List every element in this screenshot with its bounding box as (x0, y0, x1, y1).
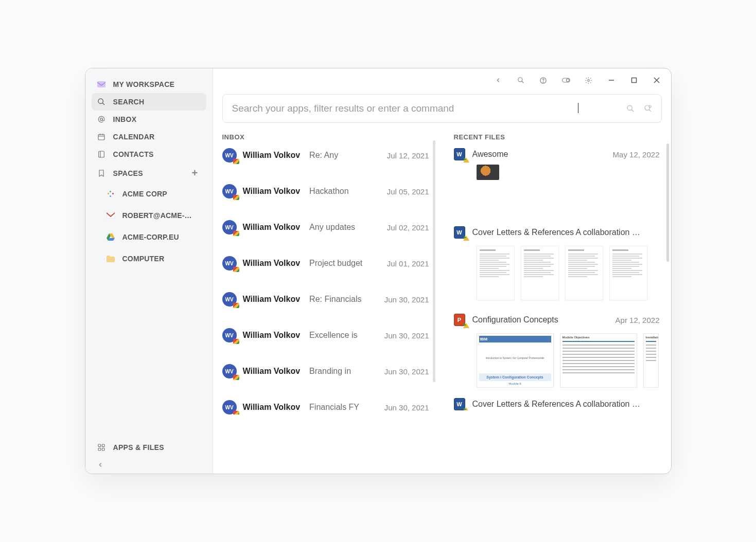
space-label: COMPUTER (122, 255, 165, 263)
gmail-icon (106, 211, 115, 220)
toolbar-search-button[interactable] (517, 76, 525, 84)
inbox-header: INBOX (222, 133, 438, 141)
svg-rect-4 (98, 134, 104, 140)
message-subject: Branding in (309, 367, 378, 376)
contacts-icon (97, 150, 106, 159)
file-thumbnail (609, 246, 647, 300)
inbox-message[interactable]: WV William Volkov Project budget Jul 01,… (222, 256, 429, 270)
svg-line-36 (649, 110, 651, 112)
inbox-message[interactable]: WV William Volkov Financials FY Jun 30, … (222, 400, 429, 414)
add-space-button[interactable]: + (192, 167, 201, 179)
file-thumbnail: IBM Introduction to System i for Compute… (477, 333, 554, 388)
message-subject: Re: Any (309, 151, 381, 160)
message-sender: William Volkov (243, 403, 301, 412)
word-file-icon: W (454, 148, 466, 160)
avatar: WV (222, 256, 237, 270)
window-titlebar (213, 68, 671, 89)
message-sender: William Volkov (243, 223, 301, 232)
svg-line-23 (521, 81, 523, 83)
svg-rect-12 (112, 193, 114, 194)
text-cursor (578, 103, 578, 113)
folder-icon (106, 254, 115, 263)
space-computer[interactable]: COMPUTER (92, 248, 206, 269)
file-date: May 12, 2022 (613, 150, 660, 159)
file-name: Configuration Concepts (472, 315, 609, 324)
inbox-message[interactable]: WV William Volkov Hackathon Jul 05, 2021 (222, 184, 429, 198)
file-thumbnail (521, 246, 559, 300)
window-maximize-button[interactable] (630, 76, 638, 84)
message-date: Jun 30, 2021 (384, 403, 429, 412)
sidebar-item-label: INBOX (113, 115, 137, 123)
slack-icon (106, 189, 115, 198)
inbox-message[interactable]: WV William Volkov Branding in Jun 30, 20… (222, 364, 429, 378)
message-date: Jun 30, 2021 (384, 331, 429, 340)
calendar-icon (97, 132, 106, 141)
file-thumbnail (477, 165, 499, 180)
app-window: MY WORKSPACE SEARCH INBOX CALENDAR CONTA (85, 68, 672, 474)
file-name: Cover Letters & References A collaborati… (472, 400, 654, 409)
sidebar-item-calendar[interactable]: CALENDAR (92, 128, 206, 146)
sidebar-item-contacts[interactable]: CONTACTS (92, 146, 206, 163)
files-column: RECENT FILES W Awesome May 12, 2022 W Co… (454, 133, 671, 474)
message-date: Jul 01, 2021 (387, 259, 429, 268)
sidebar-item-inbox[interactable]: INBOX (92, 111, 206, 128)
window-minimize-button[interactable] (607, 76, 616, 84)
search-input[interactable] (232, 103, 626, 114)
space-robert[interactable]: ROBERT@ACME-… (92, 205, 206, 226)
inbox-message[interactable]: WV William Volkov Any updates Jul 02, 20… (222, 220, 429, 234)
svg-rect-20 (98, 448, 101, 450)
help-button[interactable] (539, 76, 548, 84)
avatar: WV (222, 364, 237, 378)
file-item[interactable]: W Cover Letters & References A collabora… (454, 398, 660, 410)
sidebar-item-label: SPACES (113, 169, 143, 177)
sidebar-item-label: CONTACTS (113, 150, 154, 158)
file-item[interactable]: P Configuration Concepts Apr 12, 2022 IB… (454, 314, 660, 393)
inbox-list[interactable]: WV William Volkov Re: Any Jul 12, 2021 W… (222, 148, 438, 414)
window-close-button[interactable] (653, 76, 661, 84)
sidebar-back-button[interactable] (92, 456, 206, 468)
avatar: WV (222, 184, 237, 198)
message-date: Jun 30, 2021 (384, 367, 429, 376)
avatar: WV (222, 148, 237, 162)
svg-point-27 (566, 79, 569, 82)
main-panel: INBOX WV William Volkov Re: Any Jul 12, … (213, 68, 671, 474)
nav-back-button[interactable] (494, 76, 502, 84)
settings-button[interactable] (585, 76, 593, 84)
files-list[interactable]: W Awesome May 12, 2022 W Cover Letters &… (454, 148, 671, 410)
file-item[interactable]: W Cover Letters & References A collabora… (454, 226, 660, 309)
svg-rect-11 (110, 191, 111, 192)
sidebar-item-search[interactable]: SEARCH (92, 93, 206, 111)
message-subject: Financials FY (309, 403, 378, 412)
toggle-button[interactable] (562, 76, 570, 84)
sidebar-item-spaces[interactable]: SPACES + (92, 163, 206, 183)
space-acme[interactable]: ACME CORP (92, 183, 206, 205)
message-date: Jul 05, 2021 (387, 187, 429, 196)
space-acmecorp[interactable]: ACME-CORP.EU (92, 226, 206, 248)
svg-point-33 (627, 105, 632, 110)
sidebar-item-label: CALENDAR (113, 133, 155, 141)
scrollbar[interactable] (433, 140, 435, 382)
svg-point-1 (98, 99, 103, 103)
file-thumbnail (477, 246, 515, 300)
space-label: ROBERT@ACME-… (122, 211, 192, 220)
inbox-message[interactable]: WV William Volkov Excellence is Jun 30, … (222, 328, 429, 342)
message-sender: William Volkov (243, 187, 301, 196)
sidebar-apps-files[interactable]: APPS & FILES (92, 439, 206, 456)
message-sender: William Volkov (243, 331, 301, 340)
search-submit-icon[interactable] (626, 104, 635, 113)
search-bar[interactable] (222, 94, 662, 123)
scrollbar[interactable] (666, 143, 669, 262)
sidebar-workspace[interactable]: MY WORKSPACE (92, 76, 206, 93)
sidebar-workspace-label: MY WORKSPACE (113, 80, 175, 88)
message-sender: William Volkov (243, 367, 301, 376)
message-subject: Hackathon (309, 187, 381, 196)
search-icon (97, 97, 106, 106)
file-item[interactable]: W Awesome May 12, 2022 (454, 148, 660, 221)
inbox-message[interactable]: WV William Volkov Re: Any Jul 12, 2021 (222, 148, 429, 162)
message-subject: Any updates (309, 223, 381, 232)
inbox-message[interactable]: WV William Volkov Re: Financials Jun 30,… (222, 292, 429, 306)
message-subject: Re: Financials (309, 295, 378, 304)
svg-rect-30 (631, 78, 636, 83)
avatar: WV (222, 220, 237, 234)
search-settings-icon[interactable] (644, 104, 652, 113)
